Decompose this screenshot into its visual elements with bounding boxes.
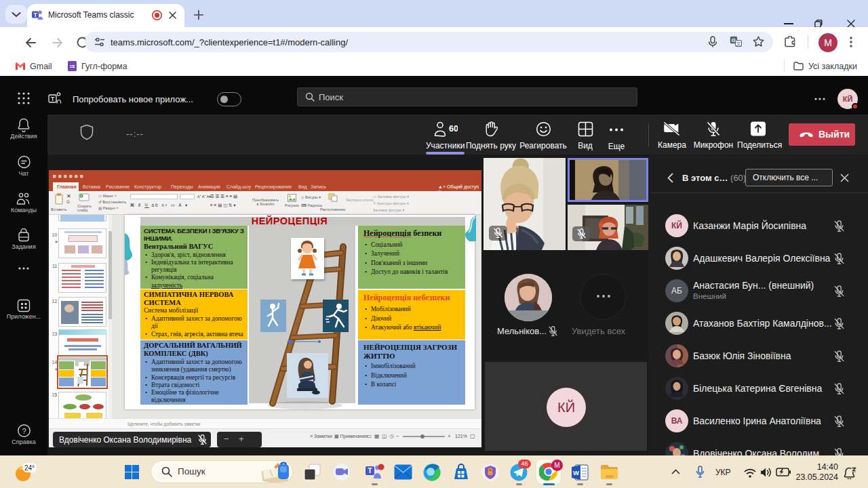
svg-text:W: W: [573, 469, 579, 476]
svg-text:T: T: [368, 467, 372, 474]
svg-text:T: T: [51, 96, 55, 102]
svg-text:24°: 24°: [24, 464, 35, 472]
svg-text:T: T: [33, 12, 37, 18]
svg-text:?: ?: [22, 427, 26, 435]
svg-text:文: 文: [736, 41, 741, 47]
svg-text:60: 60: [449, 124, 458, 134]
